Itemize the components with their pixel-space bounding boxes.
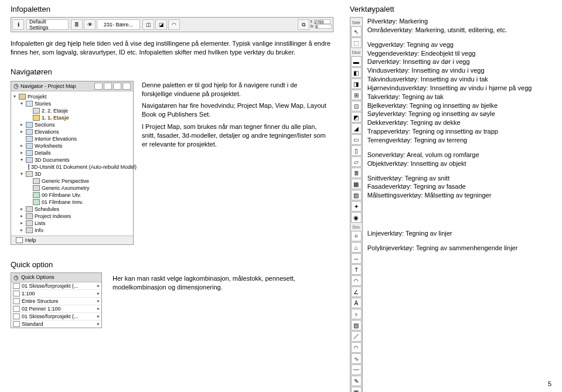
door-tool-icon[interactable]: ◨ (351, 79, 362, 89)
radial-tool-icon[interactable]: ◠ (351, 275, 362, 286)
wall-tool-icon[interactable]: ▬ (351, 56, 362, 67)
tree-node-icon (33, 199, 40, 205)
roofwindow-tool-icon[interactable]: ⊡ (351, 101, 362, 111)
tree-item[interactable]: Info (12, 227, 132, 234)
tree-node-icon (26, 206, 33, 212)
chevron-right-icon: ▸ (97, 306, 100, 311)
tree-item[interactable]: Details (12, 149, 132, 156)
angle-tool-icon[interactable]: ∠ (351, 287, 362, 297)
tree-node-icon (26, 122, 33, 128)
field-b[interactable] (315, 24, 332, 29)
nav-tab-projectmap-icon[interactable] (94, 83, 103, 90)
window-tool-icon[interactable]: ⊞ (351, 90, 362, 100)
tree-caret-icon[interactable] (19, 206, 24, 212)
nav-help-label[interactable]: Help (25, 237, 36, 243)
tool-section-label[interactable]: Sele (351, 19, 362, 26)
label-tool-icon[interactable]: ⎀ (351, 309, 362, 319)
column-tool-icon[interactable]: ▯ (351, 145, 362, 156)
poly-tool-icon[interactable]: ∿ (351, 353, 362, 364)
tree-item[interactable]: Schedules (12, 206, 132, 213)
tree-caret-icon[interactable] (19, 157, 24, 162)
arc-tool-icon[interactable]: ◠ (351, 342, 362, 353)
floor-icon[interactable]: ⧉ (298, 19, 309, 30)
quick-option-row[interactable]: Standard▸ (11, 321, 101, 328)
lamp-tool-icon[interactable]: ◉ (351, 212, 362, 223)
layer-select[interactable]: 231- Bære... (97, 19, 140, 30)
tree-caret-icon[interactable] (19, 150, 24, 155)
geometry-icon[interactable]: ◫ (142, 19, 154, 30)
slab-tool-icon[interactable]: ▱ (351, 156, 362, 167)
tree-item[interactable]: Stories (12, 100, 132, 107)
tree-caret-icon[interactable] (19, 227, 24, 233)
draw-tool-icon[interactable]: ✎ (351, 376, 362, 386)
infobar: ℹ Default Settings ≣ 👁 231- Bære... ◫ ◪ … (11, 17, 333, 32)
tree-item[interactable]: Project Indexes (12, 213, 132, 220)
tree-item[interactable]: Prosjekt (12, 93, 132, 100)
object-tool-icon[interactable]: ✦ (351, 201, 362, 212)
quick-row-icon (13, 313, 20, 319)
tree-caret-icon[interactable] (19, 129, 24, 134)
dimension-tool-icon[interactable]: ↔ (351, 253, 362, 264)
quick-option-row[interactable]: Entire Structure▸ (11, 298, 101, 305)
cornerwindow-tool-icon[interactable]: ◩ (351, 112, 362, 122)
fig-tool-icon[interactable]: ▣ (351, 387, 362, 392)
tree-item[interactable]: Interior Elevations (12, 135, 132, 142)
text-tool-icon[interactable]: A (351, 298, 362, 308)
quick-option-row[interactable]: 01 Skisse/forprosjekt (...▸ (11, 282, 101, 290)
tree-node-icon (33, 192, 40, 198)
arrow-tool-icon[interactable]: ↖ (351, 26, 362, 37)
tree-item[interactable]: 3D (12, 171, 132, 178)
tree-item[interactable]: 01 Filmbane Innv. (12, 199, 132, 206)
quick-option-row[interactable]: 1:100▸ (11, 290, 101, 298)
nav-tab-publisher-icon[interactable] (122, 83, 131, 90)
info-icon[interactable]: ℹ (12, 19, 24, 30)
tree-node-icon (26, 129, 33, 135)
spline-tool-icon[interactable]: 〰 (351, 364, 362, 375)
tree-caret-icon[interactable] (19, 122, 24, 127)
quick-option-row[interactable]: 02 Penner 1:100▸ (11, 305, 101, 313)
roof-tool-icon[interactable]: ◢ (351, 123, 362, 134)
construct-icon[interactable]: ◪ (155, 19, 167, 30)
tree-caret-icon[interactable] (12, 94, 17, 99)
tree-caret-icon[interactable] (19, 213, 24, 219)
beam-tool-icon[interactable]: ▭ (351, 134, 362, 145)
tree-item[interactable]: 3D-Utsnitt 01 Dokument (Auto-rebuild Mod… (12, 163, 132, 171)
tree-caret-icon[interactable] (19, 220, 24, 226)
marquee-tool-icon[interactable]: ⬚ (351, 38, 362, 48)
tree-item[interactable]: 2. 2. Etasje (12, 107, 132, 114)
tree-item[interactable]: 1. 1. Etasje (12, 114, 132, 121)
tree-caret-icon[interactable] (19, 171, 24, 176)
nav-tab-viewmap-icon[interactable] (104, 83, 112, 90)
quick-option-row[interactable]: 01 Skisse/forprosjekt (...▸ (11, 313, 101, 321)
line-tool-icon[interactable]: ／ (351, 331, 362, 342)
tree-item[interactable]: Worksheets (12, 142, 132, 149)
tree-node-label: Stories (35, 101, 51, 107)
field-t[interactable] (314, 19, 331, 24)
mesh-tool-icon[interactable]: ▦ (351, 179, 362, 189)
fill-tool-icon[interactable]: ▨ (351, 320, 362, 330)
tool-section-label[interactable]: Doc (351, 223, 362, 230)
stair-tool-icon[interactable]: ≣ (351, 168, 362, 178)
tree-item[interactable]: 3D Documents (12, 156, 132, 163)
layer-icon[interactable]: ≣ (71, 19, 83, 30)
tree-item[interactable]: 00 Filmbane Utv. (12, 192, 132, 199)
tree-caret-icon[interactable] (19, 101, 24, 106)
default-settings-label[interactable]: Default Settings (26, 19, 69, 30)
tool-section-label[interactable]: Desi (351, 49, 362, 56)
arc-icon[interactable]: ◠ (168, 19, 180, 30)
level-tool-icon[interactable]: ⤒ (351, 264, 362, 275)
tree-item[interactable]: Generic Perspective (12, 178, 132, 185)
elevation-tool-icon[interactable]: ⌂ (351, 242, 362, 253)
tree-caret-icon[interactable] (19, 143, 24, 148)
tree-item[interactable]: Elevations (12, 128, 132, 135)
eye-icon[interactable]: 👁 (84, 19, 96, 30)
tree-item[interactable]: Generic Axonometry (12, 185, 132, 192)
wallend-tool-icon[interactable]: ◧ (351, 67, 362, 78)
nav-tab-layoutbook-icon[interactable] (113, 83, 121, 90)
tree-node-label: Interior Elevations (35, 136, 77, 142)
tree-item[interactable]: Lists (12, 220, 132, 227)
tree-item[interactable]: Sections (12, 121, 132, 128)
section-tool-icon[interactable]: ⌗ (351, 231, 362, 241)
tree-node-icon (26, 101, 33, 107)
zone-tool-icon[interactable]: ▧ (351, 190, 362, 200)
